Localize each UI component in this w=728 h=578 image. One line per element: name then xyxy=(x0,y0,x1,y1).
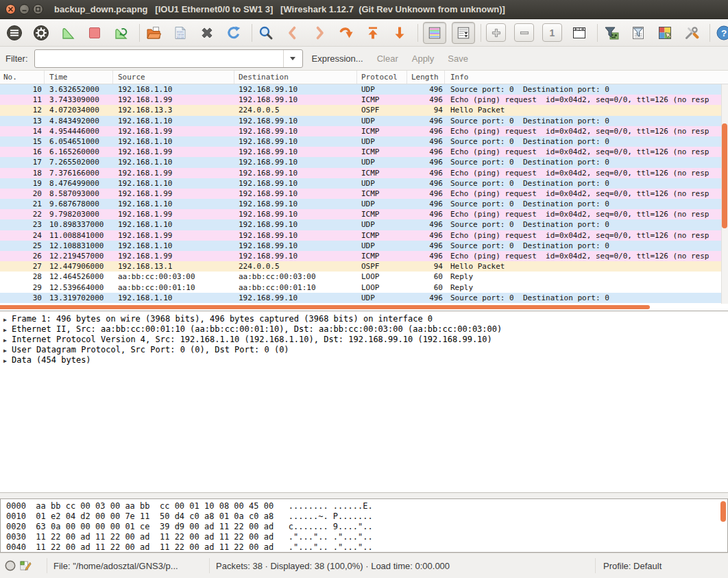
packet-row[interactable]: 208.587093000192.168.1.99192.168.99.10IC… xyxy=(0,189,728,199)
svg-text:0110: 0110 xyxy=(177,35,184,38)
go-forward-button[interactable] xyxy=(311,24,328,42)
packet-row[interactable]: 177.265502000192.168.1.10192.168.99.10UD… xyxy=(0,157,728,167)
packet-cell-info: Source port: 0 Destination port: 0 xyxy=(445,136,728,147)
column-header-protocol[interactable]: Protocol xyxy=(357,71,407,84)
go-back-button[interactable] xyxy=(284,24,302,42)
bytes-pane-scrollbar-thumb[interactable] xyxy=(720,501,726,522)
statusbar-profile[interactable]: Profile: Default xyxy=(603,561,662,571)
capture-start-button[interactable] xyxy=(59,24,77,42)
capture-restart-button[interactable] xyxy=(112,24,130,42)
packet-row[interactable]: 113.743309000192.168.1.99192.168.99.10IC… xyxy=(0,95,728,105)
packet-cell-no: 10 xyxy=(0,84,45,95)
window-minimize-button[interactable] xyxy=(19,4,29,14)
hex-row[interactable]: 0020 63 0a 00 00 00 00 01 ce 39 d9 00 ad… xyxy=(6,522,727,532)
column-header-info[interactable]: Info xyxy=(445,71,728,84)
expander-triangle-icon[interactable]: ▶ xyxy=(0,356,12,365)
go-to-top-button[interactable] xyxy=(364,24,382,42)
packet-cell-src: 192.168.1.99 xyxy=(113,189,234,199)
display-filters-icon xyxy=(630,25,646,41)
packet-row[interactable]: 2612.219457000192.168.1.99192.168.99.10I… xyxy=(0,251,728,261)
filter-dropdown-button[interactable] xyxy=(283,50,302,67)
packet-row[interactable]: 219.687678000192.168.1.10192.168.99.10UD… xyxy=(0,199,728,209)
packet-cell-len: 496 xyxy=(407,209,445,219)
zoom-100-button[interactable]: 1 xyxy=(542,23,562,42)
file-open-button[interactable] xyxy=(145,24,162,42)
capture-comment-button[interactable] xyxy=(19,559,32,575)
help-button[interactable]: ? xyxy=(715,24,728,42)
colorize-toggle-button[interactable] xyxy=(423,22,446,44)
packet-cell-no: 18 xyxy=(0,168,45,178)
packet-row[interactable]: 2812.464526000aa:bb:cc:00:03:00aa:bb:cc:… xyxy=(0,272,728,282)
capture-filters-button[interactable] xyxy=(603,24,620,42)
column-header-length[interactable]: Length xyxy=(407,71,445,84)
auto-scroll-toggle-button[interactable] xyxy=(452,22,475,44)
zoom-in-button[interactable] xyxy=(486,23,506,42)
detail-line[interactable]: ▶Internet Protocol Version 4, Src: 192.1… xyxy=(0,335,728,345)
packet-row[interactable]: 144.954446000192.168.1.99192.168.99.10IC… xyxy=(0,126,728,136)
column-header-source[interactable]: Source xyxy=(113,71,234,84)
zoom-out-button[interactable] xyxy=(514,23,534,42)
column-header-no[interactable]: No. xyxy=(0,71,45,84)
packet-row[interactable]: 156.054651000192.168.1.10192.168.99.10UD… xyxy=(0,136,728,147)
packet-row[interactable]: 134.843492000192.168.1.10192.168.99.10UD… xyxy=(0,116,728,126)
packet-row[interactable]: 124.072034000192.168.13.3224.0.0.5OSPF94… xyxy=(0,105,728,115)
capture-stop-button[interactable] xyxy=(86,24,104,42)
packet-cell-proto: OSPF xyxy=(357,261,407,272)
packet-row[interactable]: 187.376166000192.168.1.99192.168.99.10IC… xyxy=(0,168,728,178)
packet-cell-src: 192.168.1.10 xyxy=(113,293,234,303)
packet-row[interactable]: 2512.108831000192.168.1.10192.168.99.10U… xyxy=(0,241,728,251)
filter-input[interactable] xyxy=(35,50,283,67)
go-to-bottom-button[interactable] xyxy=(391,24,409,42)
file-save-button[interactable]: 010110100110 xyxy=(171,24,189,42)
hex-row[interactable]: 0010 01 e2 04 d2 00 00 7e 11 50 d4 c0 a8… xyxy=(6,511,727,522)
packet-cell-info: Echo (ping) request id=0x04d2, seq=0/0, … xyxy=(445,230,728,241)
packet-row[interactable]: 198.476499000192.168.1.10192.168.99.10UD… xyxy=(0,178,728,189)
expander-triangle-icon[interactable]: ▶ xyxy=(0,346,12,355)
preferences-button[interactable] xyxy=(683,24,701,42)
file-close-button[interactable] xyxy=(198,24,216,42)
packet-list-vertical-scrollbar-thumb[interactable] xyxy=(722,123,727,228)
save-button[interactable]: Save xyxy=(448,53,468,64)
apply-button[interactable]: Apply xyxy=(412,53,435,64)
column-header-time[interactable]: Time xyxy=(45,71,113,84)
packet-cell-dst: aa:bb:cc:00:01:10 xyxy=(234,282,357,293)
packet-list-horizontal-scrollbar-thumb[interactable] xyxy=(0,305,650,309)
expander-triangle-icon[interactable]: ▶ xyxy=(0,315,12,324)
packet-cell-no: 23 xyxy=(0,219,45,230)
reload-button[interactable] xyxy=(225,24,243,42)
display-filters-button[interactable] xyxy=(629,24,647,42)
go-to-packet-button[interactable] xyxy=(337,24,355,42)
packet-row[interactable]: 2912.539664000aa:bb:cc:00:01:10aa:bb:cc:… xyxy=(0,282,728,293)
capture-options-button[interactable] xyxy=(32,24,50,42)
resize-columns-button[interactable] xyxy=(570,24,588,42)
detail-line[interactable]: ▶Frame 1: 496 bytes on wire (3968 bits),… xyxy=(0,314,728,324)
detail-line[interactable]: ▶Data (454 bytes) xyxy=(0,355,728,365)
packet-row[interactable]: 2310.898337000192.168.1.10192.168.99.10U… xyxy=(0,219,728,230)
packet-cell-len: 496 xyxy=(407,116,445,126)
packet-row[interactable]: 2712.447906000192.168.13.1224.0.0.5OSPF9… xyxy=(0,261,728,272)
interface-list-button[interactable] xyxy=(5,24,23,42)
packet-row[interactable]: 229.798203000192.168.1.99192.168.99.10IC… xyxy=(0,209,728,219)
window-close-button[interactable] xyxy=(5,4,16,14)
packet-row[interactable]: 103.632652000192.168.1.10192.168.99.10UD… xyxy=(0,84,728,95)
expression-button[interactable]: Expression... xyxy=(312,53,363,64)
detail-line[interactable]: ▶User Datagram Protocol, Src Port: 0 (0)… xyxy=(0,345,728,355)
packet-row[interactable]: 3013.319702000192.168.1.10192.168.99.10U… xyxy=(0,293,728,303)
expander-triangle-icon[interactable]: ▶ xyxy=(0,335,12,345)
detail-line[interactable]: ▶Ethernet II, Src: aa:bb:cc:00:01:10 (aa… xyxy=(0,324,728,335)
hex-row[interactable]: 0000 aa bb cc 00 03 00 aa bb cc 00 01 10… xyxy=(6,501,727,511)
packet-row[interactable]: 2411.008841000192.168.1.99192.168.99.10I… xyxy=(0,230,728,241)
packet-cell-len: 496 xyxy=(407,178,445,189)
expander-triangle-icon[interactable]: ▶ xyxy=(0,325,12,335)
clear-button[interactable]: Clear xyxy=(377,53,398,64)
coloring-rules-button[interactable] xyxy=(656,24,674,42)
hex-row[interactable]: 0040 11 22 00 ad 11 22 00 ad 11 22 00 ad… xyxy=(6,542,727,553)
packet-row[interactable]: 166.165260000192.168.1.99192.168.99.10IC… xyxy=(0,147,728,157)
hex-row[interactable]: 0030 11 22 00 ad 11 22 00 ad 11 22 00 ad… xyxy=(6,532,727,542)
expert-info-button[interactable] xyxy=(4,559,16,574)
resize-columns-icon xyxy=(571,25,587,41)
find-packet-button[interactable] xyxy=(257,24,275,42)
column-header-destination[interactable]: Destination xyxy=(234,71,357,84)
packet-cell-len: 94 xyxy=(407,105,445,115)
window-maximize-button[interactable] xyxy=(33,4,43,14)
